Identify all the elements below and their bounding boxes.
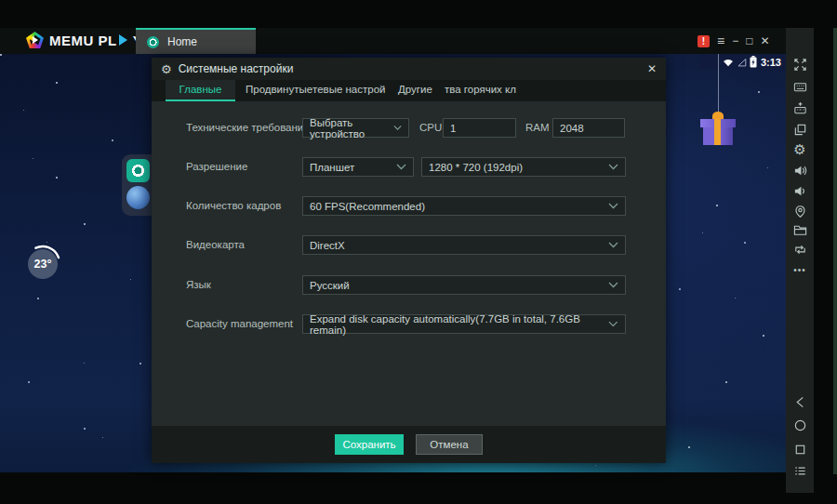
- window-toolbar: MEMU PLY Home ! ≡ − □ ✕: [0, 28, 814, 54]
- memu-pentagon-icon: [26, 32, 44, 48]
- location-icon[interactable]: [792, 204, 807, 219]
- cpu-input[interactable]: [443, 118, 516, 138]
- browser-app-icon[interactable]: [126, 186, 150, 209]
- play-triangle-icon: [119, 34, 133, 46]
- android-status-bar: 3:13: [699, 54, 786, 70]
- window-menu-icon[interactable]: ≡: [717, 34, 724, 47]
- chevron-down-icon: [396, 164, 406, 170]
- chevron-down-icon: [608, 203, 618, 209]
- more-icon[interactable]: •••: [792, 262, 807, 277]
- capacity-label: Capacity management: [186, 318, 293, 329]
- row-fps: Количество кадров 60 FPS(Recommended): [152, 196, 666, 216]
- resolution-value-select[interactable]: 1280 * 720 (192dpi): [421, 157, 626, 177]
- wifi-icon: [723, 58, 734, 67]
- row-language: Язык Русский: [152, 275, 666, 295]
- multi-instance-icon[interactable]: [792, 122, 807, 137]
- settings-gear-icon[interactable]: ⚙: [792, 142, 807, 157]
- battery-charging-icon: [750, 56, 757, 68]
- gpu-label: Видеокарта: [186, 239, 245, 250]
- window-controls: ! ≡ − □ ✕: [698, 34, 770, 47]
- fps-label: Количество кадров: [186, 200, 281, 211]
- ram-label: RAM: [525, 122, 550, 133]
- row-capacity: Capacity management Expand disk capacity…: [152, 314, 666, 334]
- dialog-footer: Сохранить Отмена: [152, 426, 666, 463]
- fullscreen-icon[interactable]: [792, 57, 807, 72]
- notification-badge[interactable]: !: [698, 35, 710, 47]
- memu-logo: MEMU PLY: [26, 32, 142, 48]
- chevron-down-icon: [608, 164, 618, 170]
- gift-lid: [700, 119, 736, 127]
- dialog-title: Системные настройки: [179, 62, 294, 75]
- chevron-down-icon: [608, 282, 618, 288]
- system-settings-dialog: ⚙ Системные настройки ✕ Главные Продвину…: [152, 58, 666, 463]
- dialog-gear-icon: ⚙: [161, 63, 172, 75]
- tab-other[interactable]: Другие: [398, 80, 432, 101]
- row-resolution: Разрешение Планшет 1280 * 720 (192dpi): [152, 157, 666, 177]
- tool-sidebar: ⚙ •••: [786, 28, 814, 493]
- volume-down-icon[interactable]: [792, 183, 807, 198]
- close-icon[interactable]: ✕: [760, 34, 769, 47]
- gift-body: [703, 127, 733, 145]
- dialog-header: ⚙ Системные настройки ✕: [152, 58, 666, 80]
- chevron-down-icon: [608, 242, 618, 248]
- nav-home-icon[interactable]: [792, 418, 807, 432]
- tab-network[interactable]: тевые настрой: [312, 80, 385, 101]
- language-select[interactable]: Русский: [302, 275, 626, 295]
- dialog-close-icon[interactable]: ✕: [647, 62, 657, 75]
- nav-recents-icon[interactable]: [792, 442, 807, 457]
- dialog-tabs: Главные Продвинутые тевые настрой Другие…: [152, 80, 666, 101]
- fps-select[interactable]: 60 FPS(Recommended): [302, 196, 626, 216]
- cpu-label: CPU: [419, 122, 442, 133]
- shared-folder-icon[interactable]: [792, 222, 807, 237]
- nav-menu-icon[interactable]: [792, 463, 807, 478]
- gift-box[interactable]: [700, 112, 736, 147]
- window-edge: [833, 28, 837, 474]
- performance-badge[interactable]: 23°: [28, 249, 58, 279]
- chevron-down-icon: [608, 321, 618, 327]
- language-label: Язык: [186, 279, 211, 290]
- tab-advanced[interactable]: Продвинутые: [246, 80, 312, 101]
- memu-app-icon[interactable]: [126, 159, 150, 182]
- home-tab-icon: [147, 36, 159, 48]
- clock: 3:13: [761, 57, 781, 68]
- keyboard-icon[interactable]: [792, 79, 807, 94]
- nav-back-icon[interactable]: [792, 394, 807, 409]
- gift-string: [718, 54, 719, 117]
- minimize-icon[interactable]: −: [732, 34, 738, 47]
- save-button[interactable]: Сохранить: [335, 434, 404, 455]
- resolution-label: Разрешение: [186, 161, 247, 172]
- gpu-select[interactable]: DirectX: [302, 235, 626, 255]
- tab-hotkeys[interactable]: тва горячих кл: [445, 80, 516, 101]
- device-label: Технические требования: [186, 122, 310, 133]
- rotate-screen-icon[interactable]: [792, 242, 807, 257]
- row-device: Технические требования Выбрать устройств…: [152, 118, 666, 138]
- tab-main[interactable]: Главные: [166, 80, 235, 101]
- signal-icon: [737, 58, 747, 67]
- row-gpu: Видеокарта DirectX: [152, 235, 666, 255]
- starfield-faint: [0, 54, 1, 55]
- tab-home[interactable]: Home: [136, 28, 256, 54]
- device-select[interactable]: Выбрать устройство: [302, 118, 409, 138]
- memu-logo-text: MEMU PLY: [49, 33, 142, 48]
- maximize-icon[interactable]: □: [746, 34, 752, 47]
- home-tab-label: Home: [167, 35, 197, 48]
- dialog-body: Технические требования Выбрать устройств…: [152, 101, 666, 426]
- ram-input[interactable]: [552, 118, 625, 138]
- volume-up-icon[interactable]: [792, 163, 807, 178]
- cancel-button[interactable]: Отмена: [416, 434, 483, 455]
- capacity-select[interactable]: Expand disk capacity automatically(7.7GB…: [302, 314, 626, 334]
- chevron-down-icon: [393, 125, 402, 131]
- keymapping-icon[interactable]: [792, 100, 807, 115]
- resolution-type-select[interactable]: Планшет: [302, 157, 414, 177]
